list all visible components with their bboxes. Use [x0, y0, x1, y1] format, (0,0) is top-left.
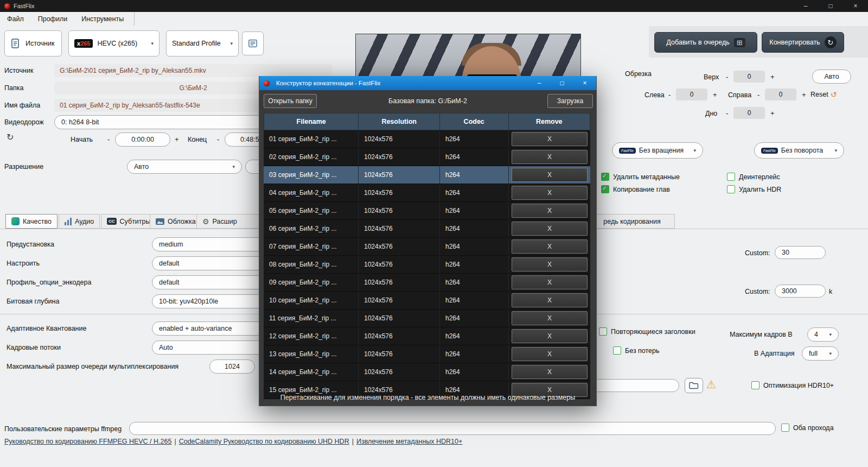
- codec-select[interactable]: x265 HEVC (x265) ▾: [68, 30, 159, 56]
- remove-button[interactable]: X: [512, 222, 588, 236]
- table-row[interactable]: 13 серия_БиМ-2_rip ... 1024x576 h264 X: [264, 345, 590, 363]
- add-to-queue-button[interactable]: Добавить в очередь ⊞: [654, 32, 757, 53]
- custom-crf-field[interactable]: 30: [775, 246, 826, 259]
- table-row[interactable]: 09 серия_БиМ-2_rip ... 1024x576 h264 X: [264, 274, 590, 292]
- dialog-maximize-button[interactable]: □: [551, 76, 573, 90]
- remove-button[interactable]: X: [512, 311, 588, 325]
- start-minus-button[interactable]: -: [107, 133, 110, 146]
- mux-queue-field[interactable]: 1024: [209, 359, 255, 374]
- flip-select[interactable]: FastFlix Без поворота ▾: [754, 142, 844, 159]
- max-b-frames-select[interactable]: 4 ▾: [807, 327, 839, 342]
- ffmpeg-args-field[interactable]: [129, 422, 776, 435]
- maximize-button[interactable]: □: [818, 0, 843, 12]
- remove-button[interactable]: X: [512, 150, 588, 164]
- crop-bottom-plus[interactable]: +: [770, 107, 775, 120]
- deinterlace-checkbox[interactable]: [727, 173, 735, 181]
- menu-file[interactable]: Файл: [0, 15, 31, 23]
- convert-button[interactable]: Конвертировать ↻: [762, 32, 844, 53]
- crop-right-minus[interactable]: -: [757, 89, 760, 102]
- copy-chapters-option[interactable]: Копирование глав: [601, 185, 670, 193]
- remove-button[interactable]: X: [512, 239, 588, 254]
- dialog-close-button[interactable]: ×: [573, 76, 596, 90]
- dialog-minimize-button[interactable]: –: [528, 76, 551, 90]
- remove-button[interactable]: X: [512, 186, 588, 200]
- column-resolution[interactable]: Resolution: [359, 113, 440, 130]
- remove-button[interactable]: X: [512, 365, 588, 379]
- profile-select[interactable]: Standard Profile ▾: [166, 30, 239, 56]
- remove-button[interactable]: X: [512, 347, 588, 361]
- link-hdr10-extract[interactable]: Извлечение метаданных HDR10+: [356, 438, 462, 445]
- column-codec[interactable]: Codec: [440, 113, 509, 130]
- hdr10-optimize-option[interactable]: Оптимизация HDR10+: [751, 381, 834, 389]
- crop-left-field[interactable]: 0: [676, 89, 707, 100]
- tab-quality[interactable]: Качество: [5, 214, 58, 229]
- crop-bottom-minus[interactable]: -: [726, 107, 728, 120]
- remove-button[interactable]: X: [512, 293, 588, 307]
- deinterlace-option[interactable]: Деинтерлейс: [727, 173, 780, 181]
- repeat-headers-checkbox[interactable]: [599, 327, 607, 336]
- table-row[interactable]: 10 серия_БиМ-2_rip ... 1024x576 h264 X: [264, 292, 590, 310]
- tab-cover[interactable]: Обложка: [150, 214, 202, 229]
- crop-reset-button[interactable]: Reset ↺: [810, 90, 837, 99]
- source-path-field[interactable]: G:\БиМ-2\01 серия_БиМ-2_rip by_Aleksan55…: [54, 64, 332, 77]
- two-pass-checkbox[interactable]: [781, 424, 789, 432]
- table-row[interactable]: 02 серия_БиМ-2_rip ... 1024x576 h264 X: [264, 148, 590, 166]
- remove-button[interactable]: X: [512, 275, 588, 289]
- column-remove[interactable]: Remove: [509, 113, 590, 130]
- refresh-thumbnail-icon[interactable]: ↻: [7, 132, 14, 142]
- column-filename[interactable]: Filename: [264, 113, 359, 130]
- crop-bottom-field[interactable]: 0: [733, 107, 765, 119]
- menu-tools[interactable]: Инструменты: [74, 15, 131, 23]
- remove-button[interactable]: X: [512, 132, 588, 146]
- crop-left-plus[interactable]: +: [713, 89, 717, 102]
- table-row[interactable]: 06 серия_БиМ-2_rip ... 1024x576 h264 X: [264, 220, 590, 238]
- table-row[interactable]: 11 серия_БиМ-2_rip ... 1024x576 h264 X: [264, 310, 590, 327]
- copy-chapters-checkbox[interactable]: [601, 185, 609, 193]
- browse-file-button[interactable]: [685, 378, 703, 393]
- tab-subtitles[interactable]: CC Субтитры: [101, 214, 157, 229]
- remove-button[interactable]: X: [512, 168, 588, 182]
- table-row-selected[interactable]: 03 серия_БиМ-2_rip ... 1024x576 h264 X: [264, 166, 590, 184]
- remove-hdr-option[interactable]: Удалить HDR: [727, 185, 781, 193]
- remove-hdr-checkbox[interactable]: [727, 185, 735, 193]
- table-row[interactable]: 14 серия_БиМ-2_rip ... 1024x576 h264 X: [264, 363, 590, 381]
- table-row[interactable]: 12 серия_БиМ-2_rip ... 1024x576 h264 X: [264, 327, 590, 345]
- crop-top-minus[interactable]: -: [726, 71, 728, 84]
- tab-encoding-queue[interactable]: редь кодирования: [589, 214, 675, 229]
- link-codecalamity-guide[interactable]: CodeCalamity Руководство по кодированию …: [179, 438, 349, 445]
- close-button[interactable]: ×: [843, 0, 868, 12]
- table-row[interactable]: 07 серия_БиМ-2_rip ... 1024x576 h264 X: [264, 238, 590, 256]
- profile-editor-button[interactable]: [242, 31, 264, 55]
- b-adapt-select[interactable]: full ▾: [802, 346, 839, 361]
- tab-advanced[interactable]: ⚙ Расшир: [196, 214, 261, 229]
- lossless-checkbox[interactable]: [613, 346, 621, 355]
- start-plus-button[interactable]: +: [175, 133, 179, 146]
- crop-auto-button[interactable]: Авто: [812, 70, 851, 84]
- crop-top-field[interactable]: 0: [733, 71, 765, 83]
- minimize-button[interactable]: –: [793, 0, 818, 12]
- tab-audio[interactable]: Аудио: [59, 214, 100, 229]
- table-row[interactable]: 04 серия_БиМ-2_rip ... 1024x576 h264 X: [264, 184, 590, 202]
- crop-right-field[interactable]: 0: [765, 89, 796, 100]
- resolution-select[interactable]: Авто ▾: [127, 160, 242, 174]
- crop-top-plus[interactable]: +: [770, 71, 775, 84]
- source-button[interactable]: Источник: [4, 30, 62, 56]
- table-row[interactable]: 05 серия_БиМ-2_rip ... 1024x576 h264 X: [264, 202, 590, 220]
- remove-button[interactable]: X: [512, 257, 588, 272]
- table-row[interactable]: 01 серия_БиМ-2_rip ... 1024x576 h264 X: [264, 130, 590, 148]
- end-minus-button[interactable]: -: [217, 133, 219, 146]
- lossless-option[interactable]: Без потерь: [613, 346, 660, 355]
- table-row[interactable]: 08 серия_БиМ-2_rip ... 1024x576 h264 X: [264, 256, 590, 274]
- hdr10-optimize-checkbox[interactable]: [751, 381, 760, 389]
- crop-left-minus[interactable]: -: [668, 89, 671, 102]
- remove-metadata-checkbox[interactable]: [601, 173, 609, 181]
- remove-metadata-option[interactable]: Удалить метаданные: [601, 173, 680, 181]
- crop-right-plus[interactable]: +: [802, 89, 806, 102]
- two-pass-option[interactable]: Оба прохода: [781, 424, 834, 432]
- rotation-select[interactable]: FastFlix Без вращения ▾: [612, 142, 703, 159]
- custom-bitrate-field[interactable]: 3000: [775, 285, 826, 298]
- remove-button[interactable]: X: [512, 204, 588, 218]
- load-button[interactable]: Загрузка: [547, 94, 593, 108]
- link-ffmpeg-guide[interactable]: Руководство по кодированию FFMPEG HEVC /…: [4, 438, 171, 445]
- remove-button[interactable]: X: [512, 329, 588, 343]
